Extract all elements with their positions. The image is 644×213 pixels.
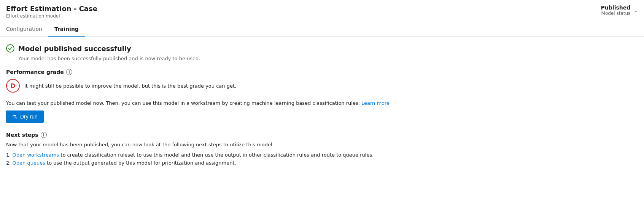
- dry-run-label: Dry run: [20, 114, 38, 120]
- success-banner: Model published successfully: [6, 44, 638, 53]
- tab-training[interactable]: Training: [48, 22, 85, 37]
- page-header: Effort Estimation - Case Effort estimati…: [0, 0, 644, 22]
- step-2-text: to use the output generated by this mode…: [45, 160, 236, 166]
- next-steps-label: Next steps i: [6, 132, 638, 138]
- flask-icon: ⚗: [12, 114, 17, 120]
- success-icon: [6, 44, 14, 53]
- success-description: Your model has been successfully publish…: [18, 56, 638, 61]
- model-status-label: Published Model status: [601, 5, 631, 16]
- page-subtitle: Effort estimation model: [6, 13, 97, 19]
- test-description: You can test your published model now. T…: [6, 100, 638, 106]
- step-item-1: 1. Open workstreams to create classifica…: [6, 152, 638, 158]
- chevron-down-icon: ⌄: [633, 7, 638, 13]
- page-title: Effort Estimation - Case: [6, 5, 97, 13]
- open-queues-link[interactable]: Open queues: [13, 160, 45, 166]
- tab-configuration[interactable]: Configuration: [6, 22, 48, 37]
- step-item-2: 2. Open queues to use the output generat…: [6, 160, 638, 166]
- next-steps-description: Now that your model has been published, …: [6, 142, 638, 147]
- main-content: Model published successfully Your model …: [0, 37, 644, 176]
- published-status: Published: [601, 5, 631, 11]
- tab-bar: Configuration Training: [0, 22, 644, 37]
- grade-description: It might still be possible to improve th…: [24, 83, 236, 89]
- next-steps-info-icon[interactable]: i: [41, 132, 47, 138]
- model-status-sub: Model status: [601, 11, 631, 16]
- model-status-dropdown[interactable]: Published Model status ⌄: [601, 5, 638, 16]
- open-workstreams-link[interactable]: Open workstreams: [13, 152, 59, 158]
- success-title: Model published successfully: [18, 45, 131, 53]
- learn-more-link[interactable]: Learn more: [361, 100, 390, 106]
- step-1-text: to create classification ruleset to use …: [59, 152, 374, 158]
- grade-badge: D: [6, 79, 20, 93]
- header-left: Effort Estimation - Case Effort estimati…: [6, 5, 97, 19]
- grade-row: D It might still be possible to improve …: [6, 79, 638, 93]
- test-section: You can test your published model now. T…: [6, 100, 638, 123]
- performance-grade-info-icon[interactable]: i: [66, 69, 72, 75]
- steps-list: 1. Open workstreams to create classifica…: [6, 152, 638, 166]
- performance-grade-label: Performance grade i: [6, 69, 638, 75]
- dry-run-button[interactable]: ⚗ Dry run: [6, 111, 44, 123]
- svg-point-0: [6, 45, 14, 52]
- next-steps-section: Next steps i Now that your model has bee…: [6, 132, 638, 166]
